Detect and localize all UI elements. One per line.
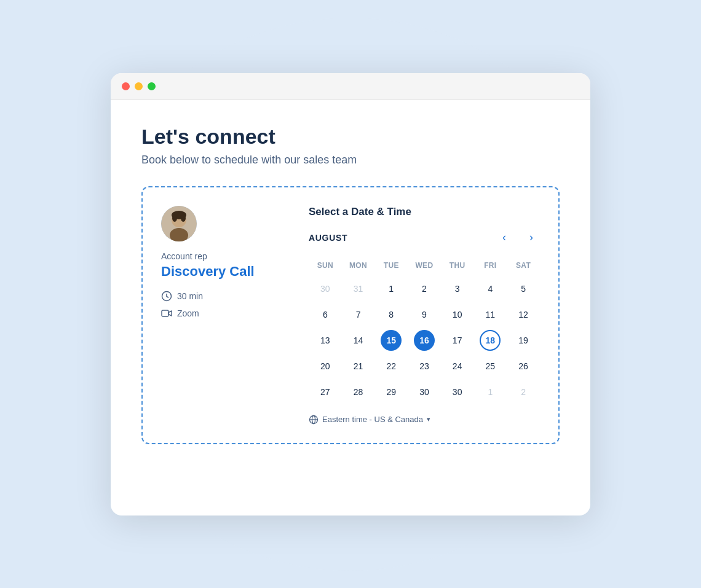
svg-rect-7 [162,310,168,316]
day-cell[interactable]: 23 [414,356,435,377]
calendar-cell: 14 [342,327,375,353]
account-rep-label: Account rep [161,251,284,261]
calendar-grid: SUNMONTUEWEDTHUFRISAT 303112345678910111… [309,257,540,405]
day-cell[interactable]: 17 [447,330,468,351]
calendar-cell: 8 [374,302,408,327]
calendar-cell: 16 [408,327,441,353]
calendar-cell: 25 [474,353,507,379]
day-cell[interactable]: 11 [480,304,501,325]
calendar-cell: 15 [374,327,408,353]
day-cell[interactable]: 22 [381,356,402,377]
day-cell[interactable]: 5 [513,278,534,299]
calendar-cell: 28 [342,379,375,405]
calendar-day-header: THU [441,257,474,276]
minimize-dot[interactable] [135,82,143,90]
left-panel: Account rep Discovery Call 30 min [161,206,284,425]
calendar-day-header: TUE [374,257,408,276]
prev-month-button[interactable]: ‹ [496,229,513,246]
right-panel: Select a Date & Time AUGUST ‹ › SUNMONTU… [309,206,540,425]
day-cell[interactable]: 26 [513,356,534,377]
day-cell[interactable]: 2 [414,278,435,299]
calendar-cell: 12 [507,302,540,327]
svg-point-5 [181,214,186,222]
calendar-cell: 3 [441,276,474,302]
calendar-cell: 22 [374,353,408,379]
day-cell[interactable]: 14 [348,330,369,351]
day-cell: 31 [348,278,369,299]
close-dot[interactable] [122,82,130,90]
calendar-cell: 2 [408,276,441,302]
calendar-month: AUGUST [309,233,486,243]
svg-point-4 [172,214,177,222]
calendar-cell: 1 [474,379,507,405]
day-cell[interactable]: 7 [348,304,369,325]
meeting-title: Discovery Call [161,264,284,280]
day-cell[interactable]: 20 [315,356,336,377]
day-cell[interactable]: 19 [513,330,534,351]
next-month-button[interactable]: › [523,229,540,246]
clock-icon [161,291,172,302]
globe-icon [309,415,319,425]
day-cell[interactable]: 8 [381,304,402,325]
calendar-cell: 21 [342,353,375,379]
maximize-dot[interactable] [148,82,156,90]
day-cell[interactable]: 28 [348,382,369,402]
calendar-cell: 27 [309,379,342,405]
calendar-cell: 18 [474,327,507,353]
calendar-nav: AUGUST ‹ › [309,229,540,246]
avatar [161,206,197,241]
calendar-day-header: SUN [309,257,342,276]
day-cell[interactable]: 15 [381,330,402,351]
day-cell[interactable]: 4 [480,278,501,299]
calendar-cell: 30 [408,379,441,405]
calendar-cell: 7 [342,302,375,327]
day-cell[interactable]: 27 [315,382,336,402]
browser-content: Let's connect Book below to schedule wit… [111,100,590,515]
day-cell[interactable]: 30 [447,382,468,402]
calendar-cell: 2 [507,379,540,405]
calendar-cell: 17 [441,327,474,353]
day-cell: 2 [513,382,534,402]
calendar-cell: 11 [474,302,507,327]
calendar-cell: 10 [441,302,474,327]
timezone-row[interactable]: Eastern time - US & Canada ▾ [309,415,540,425]
day-cell[interactable]: 1 [381,278,402,299]
day-cell[interactable]: 30 [414,382,435,402]
day-cell: 30 [315,278,336,299]
outer-circle: Let's connect Book below to schedule wit… [74,18,627,571]
day-cell[interactable]: 18 [480,330,501,351]
zoom-icon [161,308,172,319]
day-cell[interactable]: 25 [480,356,501,377]
calendar-cell: 19 [507,327,540,353]
calendar-cell: 26 [507,353,540,379]
duration-item: 30 min [161,291,284,302]
day-cell[interactable]: 3 [447,278,468,299]
platform-item: Zoom [161,308,284,319]
calendar-day-header: MON [342,257,375,276]
platform-label: Zoom [177,308,199,318]
calendar-cell: 13 [309,327,342,353]
calendar-cell: 23 [408,353,441,379]
browser-window: Let's connect Book below to schedule wit… [111,73,590,515]
booking-card: Account rep Discovery Call 30 min [141,186,560,444]
calendar-cell: 30 [441,379,474,405]
day-cell[interactable]: 10 [447,304,468,325]
day-cell[interactable]: 12 [513,304,534,325]
day-cell[interactable]: 21 [348,356,369,377]
duration-label: 30 min [177,291,203,301]
calendar-day-header: WED [408,257,441,276]
day-cell[interactable]: 6 [315,304,336,325]
calendar-cell: 1 [374,276,408,302]
day-cell[interactable]: 13 [315,330,336,351]
day-cell[interactable]: 16 [414,330,435,351]
day-cell[interactable]: 9 [414,304,435,325]
page-title: Let's connect [141,125,560,149]
meeting-meta: 30 min Zoom [161,291,284,319]
calendar-cell: 29 [374,379,408,405]
timezone-chevron-icon: ▾ [427,415,430,423]
day-cell[interactable]: 29 [381,382,402,402]
calendar-cell: 31 [342,276,375,302]
calendar-cell: 20 [309,353,342,379]
calendar-cell: 6 [309,302,342,327]
day-cell[interactable]: 24 [447,356,468,377]
